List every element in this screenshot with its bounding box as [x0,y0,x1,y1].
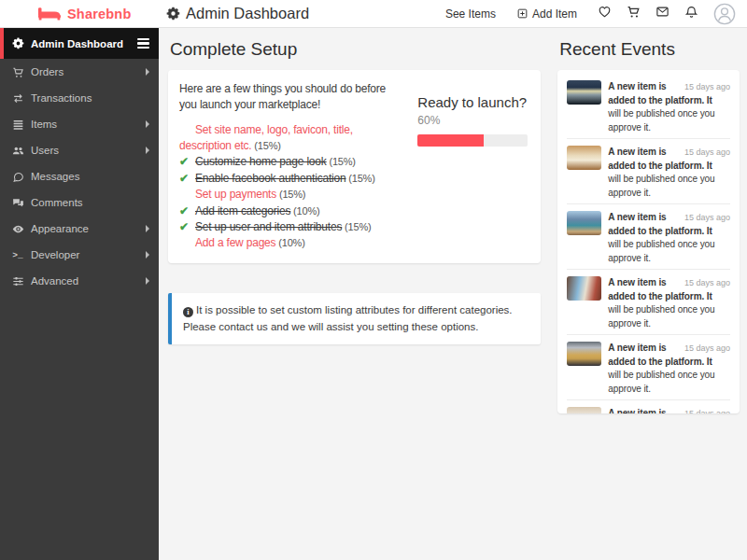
eye-icon [11,222,24,235]
progress-bar [417,134,528,147]
checklist-item[interactable]: ✔Add item categories (10%) [179,203,404,219]
sidebar-item-items[interactable]: Items [0,111,159,137]
gear-icon [166,7,180,21]
check-icon: ✔ [179,203,195,219]
checklist-percent: (15%) [276,189,305,200]
users-icon [11,144,24,157]
checklist-percent: (15%) [252,140,281,151]
event-timestamp: 15 days ago [684,146,730,160]
bed-icon [37,6,62,21]
sidebar-item-admin-dashboard[interactable]: Admin Dashboard [0,28,159,59]
topbar-right: See Items Add Item [445,3,747,25]
topbar: Sharebnb Admin Dashboard See Items Add I… [0,0,747,28]
avatar[interactable] [713,3,736,25]
message-icon [11,170,24,183]
see-items-link[interactable]: See Items [445,7,496,21]
swap-icon [11,91,24,105]
checklist-label[interactable]: Set up payments [195,188,276,201]
checklist-item[interactable]: Set site name, logo, favicon, title, des… [179,122,404,155]
event-content: 15 days agoA new item is added to the pl… [608,276,730,330]
check-icon: ✔ [179,171,195,187]
setup-column: Complete Setup Here are a few things you… [168,35,541,560]
event-item[interactable]: 15 days agoA new item is added to the pl… [567,74,730,138]
info-note: iIt is possible to set custom listing at… [168,293,541,345]
checklist-label[interactable]: Customize home page look [195,155,327,168]
sidebar-item-transactions[interactable]: Transactions [0,85,159,111]
chevron-right-icon [146,251,149,259]
setup-checklist: Set site name, logo, favicon, title, des… [179,122,404,252]
gear-icon [11,37,24,50]
checklist-item[interactable]: Set up payments (15%) [179,187,404,203]
event-item[interactable]: 15 days agoA new item is added to the pl… [567,334,730,399]
event-item[interactable]: 15 days agoA new item is added to the pl… [567,269,730,334]
list-icon [11,118,24,131]
event-thumbnail [567,407,601,413]
envelope-icon[interactable] [655,5,669,19]
sidebar-item-comments[interactable]: Comments [0,189,159,216]
sidebar-item-label: Transactions [31,92,92,104]
user-avatar-icon [713,3,736,25]
checklist-item[interactable]: ✔Customize home page look (15%) [179,154,404,170]
event-thumbnail [567,342,601,366]
sidebar-item-label: Advanced [31,275,78,287]
checklist-percent: (15%) [327,156,356,167]
checklist-label[interactable]: Add item categories [195,204,290,217]
event-item[interactable]: 15 days agoA new item is added to the pl… [567,399,730,413]
section-title-recent-events: Recent Events [559,39,740,60]
event-timestamp: 15 days ago [684,407,730,413]
events-column: Recent Events 15 days agoA new item is a… [557,35,740,560]
sidebar-item-orders[interactable]: Orders [0,59,159,85]
sidebar-item-label: Orders [31,66,63,77]
chevron-right-icon [146,225,149,232]
event-thumbnail [567,80,601,105]
terminal-icon: >_ [11,248,24,261]
check-icon: ✔ [179,219,195,235]
topbar-icons [598,5,713,22]
sidebar-item-label: Comments [31,197,83,208]
launch-progress: Ready to launch? 60% [417,81,529,252]
event-body: will be published once you approve it. [608,369,730,396]
event-timestamp: 15 days ago [684,342,730,356]
checklist-item[interactable]: ✔Enable facebook authentication (15%) [179,171,404,187]
main-content: Complete Setup Here are a few things you… [159,28,747,560]
event-body: will be published once you approve it. [608,238,730,265]
brand-logo[interactable]: Sharebnb [0,6,159,21]
event-content: 15 days agoA new item is added to the pl… [608,342,730,396]
chevron-right-icon [146,68,149,76]
event-timestamp: 15 days ago [684,211,730,225]
checklist-item[interactable]: Add a few pages (10%) [179,235,404,251]
event-timestamp: 15 days ago [684,276,730,290]
events-card: 15 days agoA new item is added to the pl… [557,70,740,413]
sliders-icon [11,274,24,287]
sidebar-item-developer[interactable]: >_Developer [0,242,159,268]
sidebar-item-label: Admin Dashboard [31,38,123,49]
event-item[interactable]: 15 days agoA new item is added to the pl… [567,203,730,269]
event-body: will be published once you approve it. [608,173,730,200]
add-item-label: Add Item [532,7,577,21]
menu-icon[interactable] [137,38,149,49]
add-item-button[interactable]: Add Item [516,7,577,21]
checklist-label[interactable]: Add a few pages [195,236,275,249]
event-item[interactable]: 15 days agoA new item is added to the pl… [567,138,730,203]
sidebar-item-advanced[interactable]: Advanced [0,268,159,294]
bell-icon[interactable] [684,5,698,19]
event-thumbnail [567,276,601,301]
sidebar-item-appearance[interactable]: Appearance [0,216,159,242]
event-content: 15 days agoA new item is added to the pl… [608,407,730,413]
checklist-percent: (15%) [345,173,374,184]
section-title-complete-setup: Complete Setup [170,39,541,60]
checklist-label[interactable]: Set up user and item attributes [195,220,342,233]
sidebar-item-messages[interactable]: Messages [0,163,159,189]
heart-icon[interactable] [598,5,612,19]
cart-icon[interactable] [627,5,641,19]
progress-heading: Ready to launch? [417,94,529,110]
info-icon: i [183,307,193,317]
sidebar-item-users[interactable]: Users [0,137,159,163]
event-body: will be published once you approve it. [608,303,730,330]
setup-checklist-area: Here are a few things you should do befo… [179,81,417,252]
checklist-label[interactable]: Enable facebook authentication [195,172,345,185]
progress-fill [417,134,484,147]
checklist-item[interactable]: ✔Set up user and item attributes (15%) [179,219,404,235]
setup-card: Here are a few things you should do befo… [168,70,541,263]
comments-icon [11,196,24,209]
